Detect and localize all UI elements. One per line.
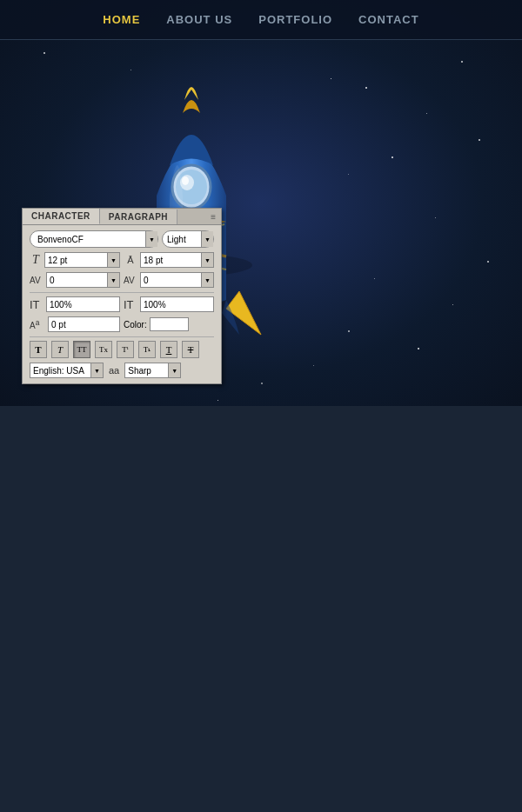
tracking-arrow-1[interactable]: ▼	[201, 273, 213, 287]
vscale-value-1: 100%	[46, 296, 120, 312]
vscale-icon-1: IT	[30, 298, 44, 311]
scale-row-1: IT 100% IT 100%	[30, 296, 214, 312]
font-row-1: BonvenoCF ▼ Light ▼	[30, 230, 214, 248]
lang-select-1: English: USA ▼	[30, 363, 104, 378]
fmt-underline-1[interactable]: T	[160, 341, 177, 358]
panel-tabs-1: CHARACTER PARAGRAPH ≡	[23, 209, 221, 225]
sharp-select-1: Sharp ▼	[124, 363, 181, 378]
baseline-icon-1: Aa	[30, 318, 45, 330]
fmt-sub-1[interactable]: T₁	[138, 341, 156, 358]
nav-portfolio-1[interactable]: PORTFOLIO	[258, 13, 332, 26]
leading-wrap-1: 18 pt ▼	[140, 252, 214, 268]
lang-value-1: English: USA	[30, 363, 90, 377]
sharp-arrow-1[interactable]: ▼	[168, 363, 180, 377]
font-name-display-1: BonvenoCF	[30, 231, 145, 247]
font-weight-arrow-1[interactable]: ▼	[201, 231, 213, 247]
nav-home-1[interactable]: HOME	[103, 13, 140, 26]
leading-icon-1: Ā	[124, 255, 137, 265]
nav-contact-1[interactable]: CONTACT	[358, 13, 419, 26]
font-size-value-1: 12 pt	[45, 253, 107, 267]
section-1: HOME ABOUT US PORTFOLIO CONTACT	[0, 0, 522, 406]
hscale-value-1: 100%	[140, 296, 214, 312]
font-weight-display-1: Light	[163, 231, 201, 247]
hscale-group-1: IT 100%	[124, 296, 214, 312]
character-panel-1: CHARACTER PARAGRAPH ≡ BonvenoCF ▼ Light …	[22, 208, 222, 384]
baseline-value-1: 0 pt	[48, 316, 120, 332]
hscale-icon-1: IT	[124, 298, 137, 311]
panel-menu-icon-1[interactable]: ≡	[205, 210, 221, 224]
font-size-wrap-1: 12 pt ▼	[44, 252, 120, 268]
tab-character-1[interactable]: CHARACTER	[23, 209, 100, 224]
font-size-group-1: T 12 pt ▼	[30, 252, 120, 268]
lang-row-1: English: USA ▼ aa Sharp ▼	[30, 363, 214, 378]
kerning-icon-1: AV	[30, 276, 44, 285]
kerning-wrap-1: 0 ▼	[46, 272, 120, 288]
color-swatch-1[interactable]	[150, 317, 189, 331]
color-group-1: Color:	[124, 317, 214, 331]
navbar-1: HOME ABOUT US PORTFOLIO CONTACT	[0, 0, 522, 40]
font-size-icon-1: T	[30, 253, 42, 267]
leading-arrow-1[interactable]: ▼	[201, 253, 213, 267]
aa-label-1: aa	[109, 365, 119, 376]
fmt-allcaps-1[interactable]: TT	[73, 341, 90, 358]
tracking-icon-1: AV	[124, 276, 137, 285]
baseline-group-1: Aa 0 pt	[30, 316, 120, 332]
vscale-group-1: IT 100%	[30, 296, 120, 312]
fmt-super-1[interactable]: T¹	[117, 341, 134, 358]
baseline-color-row-1: Aa 0 pt Color:	[30, 316, 214, 332]
leading-value-1: 18 pt	[141, 253, 201, 267]
kerning-tracking-row-1: AV 0 ▼ AV 0 ▼	[30, 272, 214, 288]
panel-body-1: BonvenoCF ▼ Light ▼ T 12 pt ▼	[23, 225, 221, 383]
font-size-arrow-1[interactable]: ▼	[107, 253, 119, 267]
svg-point-9	[182, 176, 189, 185]
font-name-arrow-1[interactable]: ▼	[145, 231, 157, 247]
format-row-1: T T TT Tx T¹ T₁ T T	[30, 341, 214, 358]
fmt-italic-1[interactable]: T	[51, 341, 69, 358]
tracking-group-1: AV 0 ▼	[124, 272, 214, 288]
sharp-value-1: Sharp	[125, 363, 168, 377]
fmt-strikethrough-1[interactable]: T	[182, 341, 199, 358]
kerning-arrow-1[interactable]: ▼	[107, 273, 119, 287]
tracking-wrap-1: 0 ▼	[140, 272, 214, 288]
tracking-value-1: 0	[141, 273, 201, 287]
leading-group-1: Ā 18 pt ▼	[124, 252, 214, 268]
lang-arrow-1[interactable]: ▼	[90, 363, 103, 377]
color-label-1: Color:	[124, 320, 147, 329]
nav-about-1[interactable]: ABOUT US	[166, 13, 232, 26]
size-leading-row-1: T 12 pt ▼ Ā 18 pt ▼	[30, 252, 214, 268]
fmt-bold-1[interactable]: T	[30, 341, 47, 358]
fmt-smallcaps-1[interactable]: Tx	[95, 341, 112, 358]
tab-paragraph-1[interactable]: PARAGRAPH	[100, 210, 177, 224]
kerning-value-1: 0	[47, 273, 107, 287]
kerning-group-1: AV 0 ▼	[30, 272, 120, 288]
